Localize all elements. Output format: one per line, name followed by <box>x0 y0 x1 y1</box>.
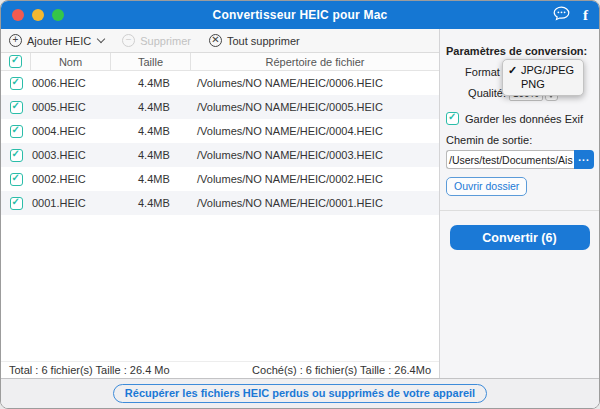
add-heic-button[interactable]: + Ajouter HEIC <box>9 34 104 47</box>
column-header-name[interactable]: Nom <box>31 53 111 70</box>
close-window-button[interactable] <box>12 9 24 21</box>
file-path: /Volumes/NO NAME/HEIC/0006.HEIC <box>191 71 439 95</box>
format-dropdown-menu: ✓ JPG/JPEG PNG <box>502 59 584 96</box>
zoom-window-button[interactable] <box>52 9 64 21</box>
table-row[interactable]: 0004.HEIC 4.4MB /Volumes/NO NAME/HEIC/00… <box>1 119 439 143</box>
table-row[interactable]: 0003.HEIC 4.4MB /Volumes/NO NAME/HEIC/00… <box>1 143 439 167</box>
chevron-down-icon <box>97 35 105 43</box>
feedback-icon[interactable] <box>553 6 570 25</box>
select-all-checkbox-cell[interactable] <box>1 53 31 70</box>
title-bar: Convertisseur HEIC pour Mac f <box>1 1 599 29</box>
output-path-input[interactable]: /Users/test/Documents/Ais <box>446 150 574 169</box>
output-path-label: Chemin de sortie: <box>446 134 599 146</box>
file-name: 0006.HEIC <box>31 71 111 95</box>
exif-checkbox[interactable] <box>446 112 459 125</box>
column-header-size[interactable]: Taille <box>111 53 191 70</box>
row-checkbox-cell <box>1 191 31 215</box>
facebook-icon[interactable]: f <box>583 8 588 23</box>
check-icon: ✓ <box>508 64 521 77</box>
table-body: 0006.HEIC 4.4MB /Volumes/NO NAME/HEIC/00… <box>1 71 439 215</box>
file-name: 0002.HEIC <box>31 167 111 191</box>
file-path: /Volumes/NO NAME/HEIC/0002.HEIC <box>191 167 439 191</box>
file-path: /Volumes/NO NAME/HEIC/0004.HEIC <box>191 119 439 143</box>
file-size: 4.4MB <box>111 167 191 191</box>
row-checkbox[interactable] <box>10 101 23 114</box>
status-total: Total : 6 fichier(s) Taille : 26.4 Mo <box>9 364 170 376</box>
file-name: 0003.HEIC <box>31 143 111 167</box>
minus-circle-icon: − <box>122 34 135 47</box>
file-size: 4.4MB <box>111 95 191 119</box>
window-title: Convertisseur HEIC pour Mac <box>213 8 388 22</box>
table-row[interactable]: 0002.HEIC 4.4MB /Volumes/NO NAME/HEIC/00… <box>1 167 439 191</box>
file-size: 4.4MB <box>111 119 191 143</box>
browse-button[interactable]: ... <box>574 150 594 169</box>
table-row[interactable]: 0005.HEIC 4.4MB /Volumes/NO NAME/HEIC/00… <box>1 95 439 119</box>
format-label: Format : <box>440 66 506 78</box>
exif-label: Garder les données Exif <box>465 113 583 125</box>
format-option-jpg[interactable]: ✓ JPG/JPEG <box>508 63 574 77</box>
file-path: /Volumes/NO NAME/HEIC/0005.HEIC <box>191 95 439 119</box>
table-row[interactable]: 0006.HEIC 4.4MB /Volumes/NO NAME/HEIC/00… <box>1 71 439 95</box>
file-table: Nom Taille Répertoire de fichier 0006.HE… <box>1 53 439 361</box>
select-all-checkbox[interactable] <box>9 55 22 68</box>
convert-button[interactable]: Convertir (6) <box>450 225 590 250</box>
minimize-window-button[interactable] <box>32 9 44 21</box>
cross-circle-icon: ✕ <box>209 34 222 47</box>
file-size: 4.4MB <box>111 71 191 95</box>
remove-button[interactable]: − Supprimer <box>122 34 191 47</box>
traffic-lights <box>12 9 64 21</box>
remove-all-button[interactable]: ✕ Tout supprimer <box>209 34 300 47</box>
row-checkbox-cell <box>1 95 31 119</box>
row-checkbox-cell <box>1 143 31 167</box>
add-heic-label: Ajouter HEIC <box>27 35 91 47</box>
row-checkbox-cell <box>1 119 31 143</box>
row-checkbox-cell <box>1 71 31 95</box>
open-folder-button[interactable]: Ouvrir dossier <box>446 177 527 196</box>
conversion-settings-panel: Paramètres de conversion: Format : ✓ JPG… <box>439 29 599 378</box>
toolbar: + Ajouter HEIC − Supprimer ✕ Tout suppri… <box>1 29 439 53</box>
quality-label: Qualité: <box>440 87 506 99</box>
row-checkbox[interactable] <box>10 173 23 186</box>
file-name: 0001.HEIC <box>31 191 111 215</box>
remove-all-label: Tout supprimer <box>227 35 300 47</box>
format-option-label: PNG <box>521 78 545 90</box>
row-checkbox[interactable] <box>10 125 23 138</box>
status-bar: Total : 6 fichier(s) Taille : 26.4 Mo Co… <box>1 361 439 378</box>
column-header-path[interactable]: Répertoire de fichier <box>191 53 439 70</box>
file-name: 0004.HEIC <box>31 119 111 143</box>
row-checkbox[interactable] <box>10 77 23 90</box>
row-checkbox[interactable] <box>10 197 23 210</box>
table-header: Nom Taille Répertoire de fichier <box>1 53 439 71</box>
file-size: 4.4MB <box>111 143 191 167</box>
output-path-field: /Users/test/Documents/Ais ... <box>446 150 594 169</box>
file-path: /Volumes/NO NAME/HEIC/0001.HEIC <box>191 191 439 215</box>
row-checkbox-cell <box>1 167 31 191</box>
exif-row: Garder les données Exif <box>446 112 599 125</box>
row-checkbox[interactable] <box>10 149 23 162</box>
file-size: 4.4MB <box>111 191 191 215</box>
panel-divider <box>440 210 599 211</box>
main-area: + Ajouter HEIC − Supprimer ✕ Tout suppri… <box>1 29 599 378</box>
plus-circle-icon: + <box>9 34 22 47</box>
remove-label: Supprimer <box>140 35 191 47</box>
app-window: Convertisseur HEIC pour Mac f + Ajouter … <box>0 0 600 409</box>
bottom-bar: Récupérer les fichiers HEIC perdus ou su… <box>1 378 599 408</box>
file-path: /Volumes/NO NAME/HEIC/0003.HEIC <box>191 143 439 167</box>
format-option-label: JPG/JPEG <box>521 64 574 76</box>
file-list-pane: + Ajouter HEIC − Supprimer ✕ Tout suppri… <box>1 29 439 378</box>
format-option-png[interactable]: PNG <box>508 77 574 91</box>
file-name: 0005.HEIC <box>31 95 111 119</box>
recover-files-button[interactable]: Récupérer les fichiers HEIC perdus ou su… <box>113 384 487 403</box>
settings-title: Paramètres de conversion: <box>446 45 599 57</box>
titlebar-actions: f <box>553 1 588 29</box>
status-checked: Coché(s) : 6 fichier(s) Taille : 26.4Mo <box>252 364 431 376</box>
table-row[interactable]: 0001.HEIC 4.4MB /Volumes/NO NAME/HEIC/00… <box>1 191 439 215</box>
